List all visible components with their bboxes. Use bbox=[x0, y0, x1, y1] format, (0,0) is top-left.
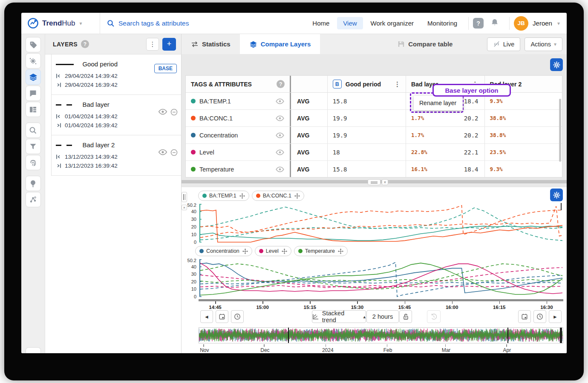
start-time-button[interactable] bbox=[231, 310, 244, 323]
rail-layers-icon[interactable] bbox=[26, 69, 41, 85]
chart-settings-gear-button[interactable] bbox=[550, 189, 563, 201]
rail-dashboard-icon[interactable] bbox=[26, 102, 41, 117]
actions-button[interactable]: Actions ▾ bbox=[525, 37, 562, 51]
rail-tag-icon[interactable] bbox=[26, 37, 41, 52]
help-button[interactable]: ? bbox=[473, 18, 484, 29]
layer-context-menu-item-rename[interactable]: Rename layer bbox=[414, 96, 463, 110]
chart1-plot[interactable] bbox=[199, 204, 563, 243]
dropdown-caret-up-icon: ▴ bbox=[363, 314, 366, 320]
tag-color-dot bbox=[191, 133, 196, 137]
layer-item-good-period[interactable]: Good period BASE 29/04/2024 14:39:42 29/… bbox=[52, 54, 181, 95]
table-row[interactable]: Level AVG 18 22.8%22.1 23.5% bbox=[186, 144, 562, 161]
layer-item-bad-layer[interactable]: Bad layer 01/04/2024 14:39:42 01/04/2024… bbox=[52, 95, 181, 135]
splitter-close-button[interactable]: × bbox=[382, 179, 388, 185]
chart2-legend: Concentration Level Temperature bbox=[195, 246, 348, 256]
table-row[interactable]: BA:CONC.1 AVG 19.9 1.7%20.2 38.8% bbox=[186, 110, 562, 127]
layer-visibility-icon[interactable] bbox=[158, 109, 167, 115]
layer-item-bad-layer-2[interactable]: Bad layer 2 13/12/2023 14:39:42 13/12/20… bbox=[52, 135, 181, 176]
table-row[interactable]: Temperature AVG 15.8 16.1%18.4 9.3% bbox=[186, 161, 562, 177]
series-color-dot bbox=[199, 249, 204, 253]
base-column-badge: B bbox=[333, 80, 342, 89]
view-mode-dropdown[interactable]: Stacked trend ▴ bbox=[312, 310, 366, 323]
layers-menu-button[interactable]: ⋮ bbox=[146, 38, 159, 51]
nav-view[interactable]: View bbox=[337, 17, 363, 29]
rail-fingerprint-icon[interactable] bbox=[26, 155, 41, 170]
start-calendar-button[interactable] bbox=[216, 310, 228, 323]
layer-remove-icon[interactable] bbox=[170, 109, 178, 116]
legend-chip-ba-conc1[interactable]: BA:CONC.1 bbox=[252, 191, 304, 201]
add-layer-button[interactable]: + bbox=[162, 38, 176, 51]
legend-chip-level[interactable]: Level bbox=[255, 246, 291, 256]
legend-chip-concentration[interactable]: Concentration bbox=[195, 246, 252, 256]
live-toggle-button[interactable]: Live bbox=[487, 37, 521, 51]
layer1-delta: 1.7% bbox=[411, 132, 464, 138]
layer-visibility-icon[interactable] bbox=[158, 149, 167, 155]
rail-more-button[interactable] bbox=[26, 347, 41, 353]
time-tick-label: 16:00 bbox=[442, 305, 462, 310]
layer-name: Bad layer 2 bbox=[82, 141, 115, 149]
end-calendar-button[interactable] bbox=[518, 310, 531, 323]
nav-home[interactable]: Home bbox=[306, 17, 335, 29]
legend-chip-ba-temp1[interactable]: BA:TEMP.1 bbox=[198, 191, 249, 201]
user-menu[interactable]: JB Jeroen ▾ bbox=[514, 16, 567, 31]
pan-right-button[interactable]: ▸ bbox=[549, 310, 562, 323]
nav-work-organizer[interactable]: Work organizer bbox=[365, 17, 420, 29]
tag-name: Temperature bbox=[199, 166, 275, 173]
row-visibility-icon[interactable] bbox=[275, 115, 285, 121]
layer-period-marker bbox=[507, 328, 508, 343]
row-visibility-icon[interactable] bbox=[275, 98, 285, 104]
end-time-button[interactable] bbox=[533, 310, 546, 323]
tag-name: Level bbox=[199, 149, 275, 156]
rail-search-icon[interactable] bbox=[26, 123, 41, 138]
table-scrollbar[interactable] bbox=[559, 99, 561, 162]
row-visibility-icon[interactable] bbox=[275, 132, 285, 138]
duration-button[interactable]: 2 hours bbox=[366, 310, 399, 323]
context-overview-strip[interactable] bbox=[199, 327, 563, 343]
compare-layers-icon bbox=[249, 40, 257, 48]
rail-context-icon[interactable] bbox=[26, 192, 41, 207]
row-visibility-icon[interactable] bbox=[275, 166, 285, 172]
history-icon bbox=[430, 313, 437, 320]
move-icon bbox=[294, 193, 300, 199]
move-icon bbox=[242, 249, 248, 254]
tags-attributes-header: TAGS & ATTRIBUTES bbox=[191, 81, 252, 88]
table-settings-gear-button[interactable] bbox=[550, 58, 563, 71]
rail-ideas-icon[interactable] bbox=[26, 176, 41, 191]
row-visibility-icon[interactable] bbox=[275, 149, 285, 155]
time-tick-label: 15:15 bbox=[300, 305, 320, 310]
time-axis-bar[interactable] bbox=[199, 299, 563, 301]
layer2-delta: 38.8% bbox=[490, 132, 557, 138]
legend-chip-temperature[interactable]: Temperature bbox=[294, 246, 348, 256]
layer-period-marker bbox=[288, 328, 289, 343]
stat-label: AVG bbox=[297, 115, 309, 122]
table-help-icon[interactable]: ? bbox=[277, 80, 285, 88]
layer-remove-icon[interactable] bbox=[170, 149, 178, 156]
notifications-bell-icon[interactable] bbox=[490, 18, 499, 29]
table-row[interactable]: Concentration AVG 19.9 1.7%20.2 38.8% bbox=[186, 127, 562, 144]
layer-line-sample bbox=[56, 104, 74, 106]
lock-duration-button[interactable] bbox=[399, 310, 412, 323]
overview-cursor-handle[interactable] bbox=[560, 328, 562, 343]
splitter-drag-handle[interactable] bbox=[368, 179, 380, 185]
chart2-plot[interactable] bbox=[199, 259, 563, 297]
rail-filter-icon[interactable] bbox=[26, 139, 41, 154]
tab-statistics[interactable]: Statistics bbox=[182, 34, 240, 54]
layer1-value: 20.2 bbox=[464, 115, 478, 122]
brand[interactable]: TrendHub ▾ bbox=[21, 13, 100, 34]
calendar-icon bbox=[219, 313, 225, 320]
layers-panel: LAYERS ? ⋮ + Good period BASE 29/04/2024… bbox=[45, 34, 182, 353]
brand-dropdown-icon[interactable]: ▾ bbox=[79, 20, 82, 26]
good-period-menu-button[interactable]: ⋮ bbox=[394, 80, 401, 88]
pan-left-button[interactable]: ◂ bbox=[200, 310, 213, 323]
chart-width-drag-handle[interactable] bbox=[182, 192, 187, 202]
tab-compare-table[interactable]: Compare table bbox=[388, 34, 462, 54]
layers-help-icon[interactable]: ? bbox=[81, 40, 89, 48]
tab-compare-layers[interactable]: Compare Layers bbox=[240, 34, 320, 54]
rail-patterns-icon[interactable] bbox=[26, 53, 41, 69]
start-time-icon bbox=[56, 154, 61, 160]
search-bar[interactable]: Search tags & attributes bbox=[100, 20, 306, 27]
rail-comments-icon[interactable] bbox=[26, 86, 41, 101]
history-back-button[interactable] bbox=[427, 310, 441, 323]
layer-line-sample bbox=[56, 145, 74, 146]
nav-monitoring[interactable]: Monitoring bbox=[421, 17, 463, 29]
